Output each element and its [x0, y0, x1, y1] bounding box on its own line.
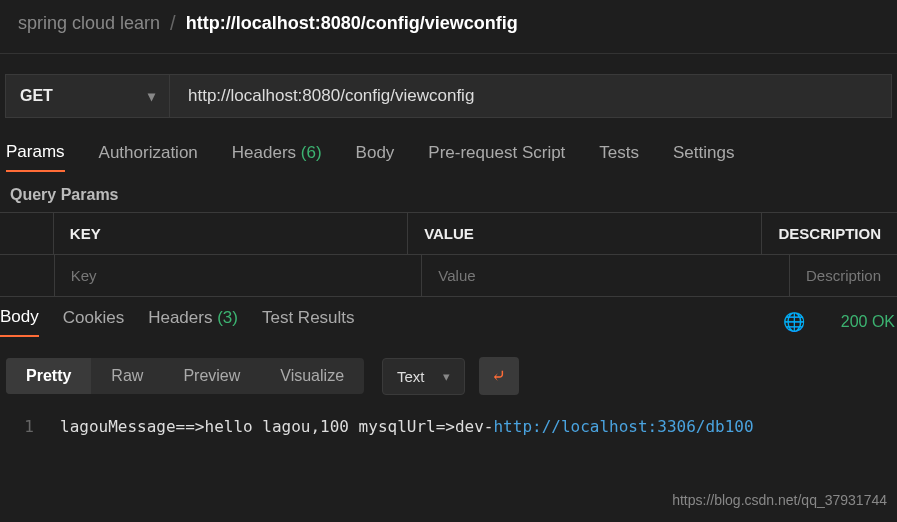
description-input[interactable]: Description	[790, 255, 897, 296]
tab-tests[interactable]: Tests	[599, 143, 639, 171]
response-link[interactable]: http://localhost:3306/db100	[493, 417, 753, 436]
resp-tab-headers-label: Headers	[148, 308, 212, 327]
table-header-description: DESCRIPTION	[762, 213, 897, 254]
resp-tab-headers[interactable]: Headers (3)	[148, 308, 238, 336]
query-params-table: KEY VALUE DESCRIPTION Key Value Descript…	[0, 212, 897, 297]
chevron-down-icon: ▾	[443, 369, 450, 384]
request-tabs: Params Authorization Headers (6) Body Pr…	[0, 118, 897, 178]
response-status[interactable]: 200 OK	[841, 313, 895, 331]
tab-settings[interactable]: Settings	[673, 143, 734, 171]
wrap-lines-button[interactable]: ⤶	[479, 357, 519, 395]
chevron-down-icon: ▾	[148, 88, 155, 104]
query-params-title: Query Params	[0, 178, 897, 212]
globe-icon[interactable]: 🌐	[783, 311, 805, 333]
line-number: 1	[14, 417, 34, 436]
response-text: lagouMessage==>hello lagou,100 mysqlUrl=…	[60, 417, 754, 436]
view-raw[interactable]: Raw	[91, 358, 163, 394]
table-row-checkbox[interactable]	[0, 255, 55, 296]
breadcrumb: spring cloud learn / http://localhost:80…	[0, 0, 897, 53]
breadcrumb-separator: /	[170, 12, 176, 35]
watermark: https://blog.csdn.net/qq_37931744	[672, 492, 887, 508]
breadcrumb-title: http://localhost:8080/config/viewconfig	[186, 13, 518, 34]
tab-headers-label: Headers	[232, 143, 296, 162]
http-method-select[interactable]: GET ▾	[5, 74, 170, 118]
content-type-select[interactable]: Text ▾	[382, 358, 465, 395]
content-type-value: Text	[397, 368, 425, 385]
tab-headers[interactable]: Headers (6)	[232, 143, 322, 171]
response-tabs: Body Cookies Headers (3) Test Results 🌐 …	[0, 297, 897, 343]
request-url-input[interactable]: http://localhost:8080/config/viewconfig	[170, 74, 892, 118]
table-row: Key Value Description	[0, 255, 897, 297]
http-method-value: GET	[20, 87, 53, 105]
resp-tab-testresults[interactable]: Test Results	[262, 308, 355, 336]
view-mode-group: Pretty Raw Preview Visualize	[6, 358, 364, 394]
tab-body[interactable]: Body	[356, 143, 395, 171]
response-body[interactable]: 1 lagouMessage==>hello lagou,100 mysqlUr…	[0, 409, 897, 444]
view-visualize[interactable]: Visualize	[260, 358, 364, 394]
resp-tab-cookies[interactable]: Cookies	[63, 308, 124, 336]
breadcrumb-project[interactable]: spring cloud learn	[18, 13, 160, 34]
resp-tab-headers-count: (3)	[217, 308, 238, 327]
table-header-checkbox	[0, 213, 54, 254]
request-url-row: GET ▾ http://localhost:8080/config/viewc…	[5, 74, 892, 118]
resp-tab-body[interactable]: Body	[0, 307, 39, 337]
tab-prerequest[interactable]: Pre-request Script	[428, 143, 565, 171]
table-header-value: VALUE	[408, 213, 762, 254]
tab-params[interactable]: Params	[6, 142, 65, 172]
value-input[interactable]: Value	[422, 255, 790, 296]
table-header-row: KEY VALUE DESCRIPTION	[0, 213, 897, 255]
table-header-key: KEY	[54, 213, 408, 254]
tab-headers-count: (6)	[301, 143, 322, 162]
divider	[0, 53, 897, 54]
wrap-lines-icon: ⤶	[491, 365, 506, 387]
view-preview[interactable]: Preview	[163, 358, 260, 394]
response-view-row: Pretty Raw Preview Visualize Text ▾ ⤶	[0, 343, 897, 409]
request-url-text: http://localhost:8080/config/viewconfig	[188, 86, 474, 106]
key-input[interactable]: Key	[55, 255, 423, 296]
tab-authorization[interactable]: Authorization	[99, 143, 198, 171]
view-pretty[interactable]: Pretty	[6, 358, 91, 394]
